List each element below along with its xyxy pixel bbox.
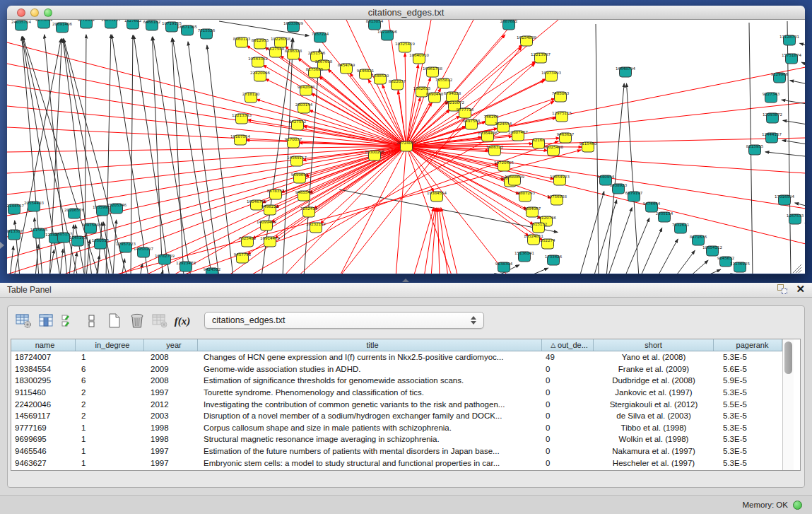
table-cell[interactable]: Hescheler et al. (1997) (594, 457, 714, 469)
table-cell[interactable]: Jankovic et al. (1997) (594, 387, 714, 399)
table-cell[interactable]: 1998 (144, 422, 198, 434)
table-cell[interactable]: 5.6E-5 (714, 363, 782, 375)
close-panel-icon[interactable]: ✕ (796, 284, 805, 294)
table-cell[interactable]: 1998 (144, 433, 198, 445)
network-node[interactable]: 16961758 (423, 66, 442, 78)
table-cell[interactable]: 1 (76, 433, 144, 445)
network-node[interactable]: 20364436 (478, 131, 498, 142)
float-panel-icon[interactable] (777, 284, 787, 294)
network-node[interactable]: 20691406 (52, 22, 72, 33)
network-node[interactable]: 9155049 (35, 20, 53, 28)
network-node[interactable]: 12144557 (7, 204, 24, 215)
citation-edge-black[interactable] (134, 35, 170, 274)
table-row[interactable]: 1456911722003Disruption of a novel membe… (11, 410, 782, 422)
network-node[interactable]: 1733426 (545, 255, 563, 266)
network-node[interactable]: 9097588 (82, 223, 100, 234)
citation-edge-black[interactable] (675, 250, 695, 274)
network-node[interactable]: 1167533 (787, 214, 804, 225)
network-node[interactable]: 9170037 (285, 137, 302, 148)
table-cell[interactable]: Tibbo et al. (1998) (594, 422, 714, 434)
network-node[interactable]: 12213987 (531, 52, 551, 64)
table-cell[interactable]: Dudbridge et al. (2008) (594, 375, 714, 387)
table-cell[interactable]: 0 (542, 387, 594, 399)
select-columns-icon[interactable] (59, 310, 80, 332)
network-node[interactable]: 18640910 (409, 53, 429, 64)
table-cell[interactable]: 5.3E-5 (714, 445, 782, 457)
table-cell[interactable]: Estimation of significance thresholds fo… (198, 375, 542, 387)
table-cell[interactable]: 9699695 (11, 433, 76, 445)
network-node[interactable]: 20206576 (64, 208, 84, 219)
table-cell[interactable]: Embryonic stem cells: a model to study s… (198, 457, 542, 469)
citation-edge-black[interactable] (703, 269, 721, 274)
citation-edge-black[interactable] (153, 37, 191, 274)
table-cell[interactable]: 1 (76, 422, 144, 434)
table-selector-dropdown[interactable]: citations_edges.txt (204, 312, 484, 329)
network-node[interactable]: 1527602 (124, 20, 142, 29)
citation-edge-red[interactable] (406, 20, 431, 146)
network-node[interactable]: 7955812 (435, 78, 453, 89)
table-cell[interactable]: 1 (76, 457, 144, 469)
table-cell[interactable]: 2003 (144, 410, 198, 422)
table-cell[interactable]: Disruption of a novel member of a sodium… (198, 410, 542, 422)
network-node[interactable]: 9424502 (204, 267, 221, 274)
table-row[interactable]: 946362711997Embryonic stem cells: a mode… (11, 457, 782, 469)
citation-edge-black[interactable] (800, 43, 805, 47)
network-node[interactable]: 9457791 (234, 252, 252, 264)
table-cell[interactable]: 2009 (144, 363, 198, 375)
table-cell[interactable]: 2 (76, 398, 144, 410)
network-node[interactable]: 7857224 (312, 32, 329, 43)
network-node[interactable]: 2718120 (242, 92, 260, 103)
column-header-name[interactable]: name (11, 339, 76, 351)
network-node[interactable]: 17016504 (775, 194, 794, 206)
table-cell[interactable]: 0 (542, 375, 594, 387)
network-node[interactable]: 10655257 (101, 20, 121, 28)
table-cell[interactable]: Genome-wide association studies in ADHD. (198, 363, 542, 375)
table-cell[interactable]: Stergiakouli et al. (2012) (594, 398, 714, 410)
network-node[interactable]: 8427552 (289, 119, 307, 131)
table-cell[interactable]: 5.3E-5 (714, 387, 782, 399)
table-cell[interactable]: 1997 (144, 457, 198, 469)
network-node[interactable]: 16648794 (616, 66, 635, 78)
network-node[interactable]: 12975115 (552, 111, 572, 122)
citation-edge-black[interactable] (152, 37, 163, 274)
citation-edge-red[interactable] (406, 64, 418, 146)
table-scrollbar[interactable] (782, 339, 794, 470)
citation-edge-black[interactable] (765, 152, 805, 157)
table-cell[interactable]: 1 (76, 351, 144, 363)
row-height-icon[interactable] (81, 310, 102, 332)
table-row[interactable]: 969969511998Structural magnetic resonanc… (11, 433, 782, 445)
table-cell[interactable]: 49 (542, 351, 594, 363)
network-node[interactable]: 9127508 (267, 47, 285, 58)
table-cell[interactable]: 0 (542, 445, 594, 457)
table-cell[interactable]: de Silva et al. (2003) (594, 410, 714, 422)
table-cell[interactable]: 0 (542, 433, 594, 445)
network-node[interactable]: 16033809 (283, 21, 303, 33)
network-node[interactable]: 18107554 (230, 134, 250, 146)
citation-edge-black[interactable] (596, 24, 599, 274)
citation-edge-black[interactable] (131, 35, 133, 274)
table-cell[interactable]: 0 (542, 410, 594, 422)
table-cell[interactable]: 2008 (144, 375, 198, 387)
network-node[interactable]: 7252419 (300, 206, 318, 218)
network-node[interactable]: 9115460 (579, 141, 597, 153)
network-node[interactable]: 8990448 (426, 92, 444, 103)
citation-edge-red[interactable] (396, 146, 406, 274)
network-node[interactable]: 9138304 (495, 262, 513, 273)
table-row[interactable]: 1830029562008Estimation of significance … (11, 375, 782, 387)
network-node[interactable]: 15136141 (514, 251, 534, 262)
network-node[interactable]: 18325419 (395, 42, 415, 53)
network-node[interactable]: 252274 (541, 238, 555, 250)
scrollbar-thumb[interactable] (784, 341, 792, 374)
citation-edge-black[interactable] (75, 225, 85, 274)
network-node[interactable]: 9699695 (291, 173, 309, 184)
network-node[interactable]: 7986322 (486, 145, 504, 156)
network-node[interactable]: 18807293 (515, 191, 535, 202)
resize-grip-icon[interactable] (799, 270, 801, 273)
table-cell[interactable]: Investigating the contribution of common… (198, 398, 542, 410)
network-node[interactable]: 8471676 (690, 235, 707, 246)
table-cell[interactable]: Estimation of the future numbers of pati… (198, 445, 542, 457)
network-node[interactable]: 16232197 (306, 222, 326, 233)
network-node[interactable]: 11136925 (730, 262, 750, 273)
network-node[interactable]: 14099489 (257, 220, 276, 231)
table-cell[interactable]: Yano et al. (2008) (594, 351, 714, 363)
